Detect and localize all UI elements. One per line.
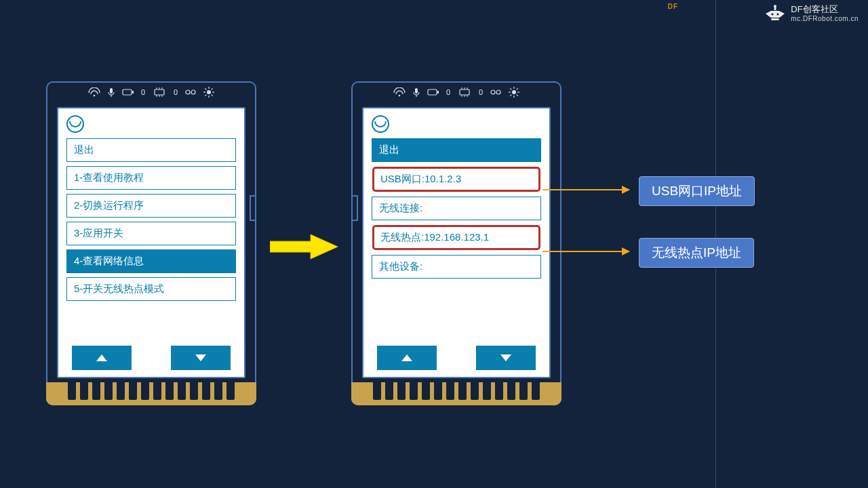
battery-icon: [122, 88, 134, 96]
status-zero-1: 0: [446, 88, 450, 96]
brand-watermark: DF创客社区 mc.DFRobot.com.cn: [764, 4, 859, 23]
svg-line-51: [510, 88, 511, 89]
menu-list-right: 退出 USB网口:10.1.2.3 无线连接: 无线热点:192.168.123…: [372, 138, 541, 343]
menu-item-4[interactable]: 5-开关无线热点模式: [66, 277, 236, 301]
nav-row: [66, 343, 236, 370]
svg-marker-30: [195, 354, 206, 361]
svg-rect-10: [132, 91, 134, 94]
net-item-hotspot[interactable]: 无线热点:192.168.123.1: [372, 224, 541, 251]
brand-name: DF创客社区: [791, 5, 859, 15]
svg-rect-35: [428, 89, 437, 95]
wifi-icon: [393, 87, 406, 97]
net-item-usb[interactable]: USB网口:10.1.2.3: [372, 166, 541, 192]
status-zero-2: 0: [479, 88, 483, 96]
svg-point-1: [772, 13, 774, 15]
app-logo-icon: [372, 115, 389, 133]
svg-point-20: [207, 90, 211, 94]
brightness-icon: [509, 87, 519, 98]
nav-down-button[interactable]: [171, 346, 231, 370]
svg-marker-29: [96, 354, 107, 361]
nav-up-button[interactable]: [72, 346, 132, 370]
device-left: 0 0 退出 1-查看使用教程 2-切换运行程序 3-应用开关 4-查看网络信息…: [46, 81, 256, 405]
svg-marker-31: [270, 235, 338, 259]
gold-connector: [46, 382, 256, 405]
svg-rect-36: [437, 91, 439, 94]
screen-right: 退出 USB网口:10.1.2.3 无线连接: 无线热点:192.168.123…: [362, 107, 551, 378]
svg-line-52: [517, 95, 518, 96]
status-bar: 0 0: [353, 83, 560, 102]
callout-arrow-hotspot: [542, 251, 629, 252]
side-tab: [250, 195, 256, 221]
mic-icon: [412, 87, 420, 97]
svg-line-53: [510, 95, 511, 96]
gold-connector: [351, 382, 561, 405]
svg-point-4: [774, 5, 776, 7]
robot-icon: [764, 4, 787, 23]
svg-point-46: [512, 90, 516, 94]
svg-line-25: [205, 88, 206, 89]
nav-row: [372, 343, 541, 370]
nav-up-button[interactable]: [377, 346, 437, 370]
svg-rect-11: [155, 89, 164, 95]
triangle-up-icon: [401, 354, 413, 362]
svg-line-26: [212, 95, 213, 96]
menu-exit[interactable]: 退出: [66, 138, 236, 162]
nav-down-button[interactable]: [476, 346, 536, 370]
small-tag: DF: [668, 3, 678, 10]
svg-point-2: [777, 13, 779, 15]
link-icon: [490, 88, 502, 96]
menu-item-1[interactable]: 2-切换运行程序: [66, 194, 236, 218]
callout-arrow-usb: [542, 189, 629, 190]
transition-arrow-icon: [270, 233, 338, 260]
status-bar: 0 0: [47, 83, 255, 102]
chip-icon: [457, 87, 472, 98]
menu-item-2[interactable]: 3-应用开关: [66, 222, 236, 245]
svg-point-32: [399, 95, 401, 97]
brightness-icon: [203, 87, 214, 98]
svg-marker-55: [401, 354, 412, 361]
net-item-other[interactable]: 其他设备:: [372, 255, 541, 279]
menu-list-left: 退出 1-查看使用教程 2-切换运行程序 3-应用开关 4-查看网络信息 5-开…: [66, 138, 236, 343]
svg-point-19: [191, 90, 195, 94]
svg-point-45: [496, 90, 500, 94]
brand-url: mc.DFRobot.com.cn: [791, 15, 859, 23]
triangle-down-icon: [500, 354, 512, 362]
svg-point-18: [186, 90, 190, 94]
side-tab: [351, 195, 358, 221]
svg-rect-9: [123, 89, 132, 95]
svg-point-6: [94, 95, 96, 97]
svg-line-27: [205, 95, 206, 96]
battery-icon: [427, 88, 439, 96]
svg-line-28: [212, 88, 213, 89]
menu-item-3[interactable]: 4-查看网络信息: [66, 249, 236, 273]
app-logo-icon: [66, 115, 84, 133]
svg-line-54: [517, 88, 518, 89]
wifi-icon: [88, 87, 100, 97]
svg-marker-56: [500, 354, 511, 361]
svg-point-44: [491, 90, 495, 94]
svg-rect-7: [110, 88, 113, 94]
menu-exit[interactable]: 退出: [372, 138, 541, 162]
svg-rect-5: [771, 18, 779, 20]
menu-item-0[interactable]: 1-查看使用教程: [66, 166, 236, 190]
callout-label-hotspot: 无线热点IP地址: [639, 238, 754, 268]
svg-rect-33: [415, 88, 418, 94]
net-item-wifi[interactable]: 无线连接:: [372, 197, 541, 220]
device-right: 0 0 退出 USB网口:10.1.2.3 无线连接: 无线热点:192.168…: [351, 81, 561, 405]
triangle-down-icon: [195, 354, 207, 362]
callout-label-usb: USB网口IP地址: [639, 176, 755, 206]
link-icon: [184, 88, 197, 96]
triangle-up-icon: [96, 354, 108, 362]
svg-rect-37: [460, 89, 469, 95]
status-zero-1: 0: [141, 88, 145, 96]
status-zero-2: 0: [174, 88, 178, 96]
mic-icon: [107, 87, 115, 97]
screen-left: 退出 1-查看使用教程 2-切换运行程序 3-应用开关 4-查看网络信息 5-开…: [57, 107, 245, 378]
chip-icon: [152, 87, 167, 98]
